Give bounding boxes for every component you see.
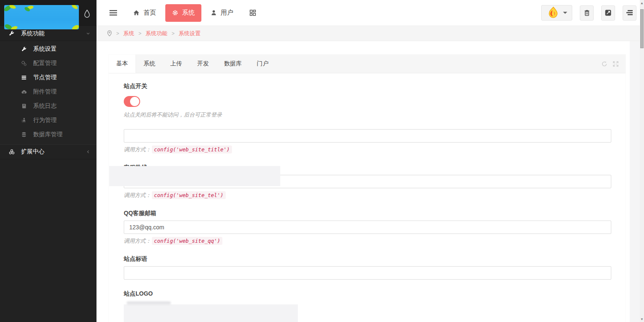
nav-tab-user[interactable]: 用户 xyxy=(204,4,240,22)
sidebar-submenu: 系统设置 配置管理 节点管理 附件管理 xyxy=(0,41,96,144)
control-sidebar-button[interactable] xyxy=(623,5,636,21)
tab-basic[interactable]: 基本 xyxy=(109,55,136,73)
site-logo-banner[interactable] xyxy=(4,5,79,29)
breadcrumb-separator: > xyxy=(172,31,175,36)
grid-menu-icon[interactable] xyxy=(247,7,259,19)
navbar-tabs: 首页 系统 用户 xyxy=(126,4,259,22)
database-icon xyxy=(21,132,28,138)
settings-panel: 基本 系统 上传 开发 数据库 门户 xyxy=(109,55,626,322)
sidebar-item-extension-center[interactable]: 扩展中心 xyxy=(0,144,96,159)
external-link-icon xyxy=(605,9,612,16)
site-title-input[interactable] xyxy=(124,129,611,143)
sidebar-item-label: 附件管理 xyxy=(33,88,57,96)
sidebar-item-label: 配置管理 xyxy=(33,60,57,67)
breadcrumb-link-system[interactable]: 系统 xyxy=(123,30,134,37)
site-qq-help: 调用方式： config('web_site_qq') xyxy=(124,237,611,245)
sidebar-item-label: 系统日志 xyxy=(33,102,57,110)
sidebar-item-behavior-management[interactable]: 行为管理 xyxy=(0,113,96,127)
refresh-icon[interactable] xyxy=(601,61,607,67)
breadcrumb-separator: > xyxy=(138,31,141,36)
sidebar-toggle-icon[interactable] xyxy=(107,7,120,18)
tab-develop[interactable]: 开发 xyxy=(190,55,216,73)
field-site-title: 调用方式： config('web_site_title') xyxy=(124,129,611,153)
sidebar-item-node-management[interactable]: 节点管理 xyxy=(0,70,96,85)
cogs-icon xyxy=(21,60,28,66)
sidebar-item-database-management[interactable]: 数据库管理 xyxy=(0,127,96,142)
panel-tools xyxy=(601,55,619,73)
redaction-site-slogan xyxy=(124,304,298,322)
site-title-help: 调用方式： config('web_site_title') xyxy=(124,145,611,153)
breadcrumb-link-system-functions[interactable]: 系统功能 xyxy=(146,30,167,37)
field-site-qq: QQ客服邮箱 调用方式： config('web_site_qq') xyxy=(124,210,611,245)
trash-button[interactable] xyxy=(580,5,594,21)
breadcrumb: > 系统 > 系统功能 > 系统设置 xyxy=(96,26,644,41)
nav-tab-label: 系统 xyxy=(182,9,195,17)
user-icon xyxy=(211,10,217,16)
app-window: 系统功能 系统设置 配置管理 节点管理 xyxy=(0,0,644,322)
nav-tab-system[interactable]: 系统 xyxy=(165,4,201,22)
nav-tab-label: 首页 xyxy=(143,9,156,17)
site-logo-label: 站点LOGO xyxy=(124,290,611,298)
list-layout-icon xyxy=(626,10,633,16)
sidebar: 系统功能 系统设置 配置管理 节点管理 xyxy=(0,0,96,322)
trash-icon xyxy=(584,9,590,16)
sidebar-item-label: 系统设置 xyxy=(33,45,57,53)
cubes-icon xyxy=(8,149,15,155)
scrollbar-thumb[interactable] xyxy=(640,9,644,48)
chevron-left-icon xyxy=(86,149,91,154)
toggle-knob xyxy=(130,97,139,106)
field-site-slogan: 站点标语 xyxy=(124,255,611,280)
tab-system[interactable]: 系统 xyxy=(136,55,163,73)
redaction-smudge xyxy=(127,301,171,304)
help-prefix: 调用方式： xyxy=(124,237,151,245)
config-code: config('web_site_title') xyxy=(152,145,232,153)
external-link-button[interactable] xyxy=(601,5,615,21)
wrench-icon xyxy=(21,46,28,52)
site-slogan-label: 站点标语 xyxy=(124,255,611,263)
map-pin-icon xyxy=(107,30,112,36)
cloud-upload-icon xyxy=(21,89,28,95)
site-qq-input[interactable] xyxy=(124,221,611,234)
nav-tab-label: 用户 xyxy=(221,9,233,17)
sidebar-item-label: 行为管理 xyxy=(33,117,57,124)
sidebar-item-system-settings[interactable]: 系统设置 xyxy=(0,42,96,56)
top-navbar: 首页 系统 用户 xyxy=(96,0,644,26)
sidebar-item-label: 扩展中心 xyxy=(21,148,86,156)
site-slogan-input[interactable] xyxy=(124,266,611,280)
main-area: 首页 系统 用户 xyxy=(96,0,644,322)
field-site-switch: 站点开关 站点关闭后将不能访问，后台可正常登录 xyxy=(124,83,611,119)
sidebar-item-system-log[interactable]: 系统日志 xyxy=(0,99,96,113)
caret-down-icon xyxy=(563,12,567,14)
sidebar-item-attachment-management[interactable]: 附件管理 xyxy=(0,85,96,99)
sidebar-item-config-management[interactable]: 配置管理 xyxy=(0,56,96,70)
site-qq-label: QQ客服邮箱 xyxy=(124,210,611,217)
sidebar-item-label: 数据库管理 xyxy=(33,131,63,138)
behavior-icon xyxy=(21,117,28,123)
field-site-logo: 站点LOGO xyxy=(124,290,611,298)
help-prefix: 调用方式： xyxy=(124,146,151,153)
navbar-right-tools xyxy=(541,5,636,21)
site-switch-label: 站点开关 xyxy=(124,83,611,90)
user-avatar-dropdown[interactable] xyxy=(541,5,572,21)
content-area: 基本 系统 上传 开发 数据库 门户 xyxy=(96,41,644,322)
tab-upload[interactable]: 上传 xyxy=(163,55,190,73)
fullscreen-icon[interactable] xyxy=(613,61,619,67)
list-icon xyxy=(21,75,28,80)
wrench-icon xyxy=(8,30,15,36)
scrollbar-up-arrow[interactable]: ▲ xyxy=(640,0,644,6)
flame-avatar xyxy=(546,6,560,20)
tab-database[interactable]: 数据库 xyxy=(216,55,249,73)
home-icon xyxy=(133,10,140,16)
scrollbar-down-arrow[interactable]: ▼ xyxy=(640,316,644,322)
breadcrumb-link-system-settings[interactable]: 系统设置 xyxy=(179,30,201,37)
breadcrumb-separator: > xyxy=(116,31,119,36)
sidebar-item-label: 节点管理 xyxy=(33,74,57,81)
nav-tab-home[interactable]: 首页 xyxy=(126,4,163,22)
site-switch-toggle[interactable] xyxy=(124,96,140,107)
droplet-icon[interactable] xyxy=(83,9,91,18)
page-scrollbar[interactable]: ▲ ▼ xyxy=(640,0,644,322)
sidebar-item-label: 系统功能 xyxy=(21,30,86,37)
book-icon xyxy=(21,103,28,109)
chevron-down-icon xyxy=(86,31,91,36)
tab-portal[interactable]: 门户 xyxy=(249,55,276,73)
